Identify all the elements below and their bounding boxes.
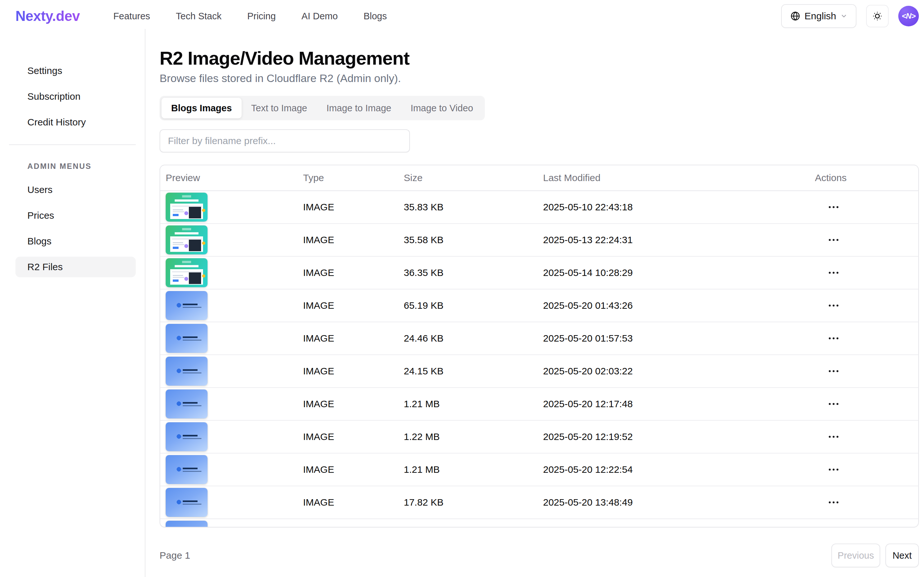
row-actions-button[interactable] [823, 363, 844, 379]
main-content: R2 Image/Video Management Browse files s… [145, 29, 924, 577]
sidebar-item-settings[interactable]: Settings [15, 60, 136, 81]
pagination-bar: Page 1 Previous Next [160, 543, 919, 567]
cell-last-modified: 2025-05-20 02:03:22 [538, 366, 810, 377]
sidebar-item-r2-files[interactable]: R2 Files [15, 257, 136, 277]
row-actions-button[interactable] [823, 265, 844, 280]
cell-type: IMAGE [298, 201, 398, 213]
file-thumbnail [166, 488, 208, 517]
row-actions-button[interactable] [823, 429, 844, 445]
row-actions-button[interactable] [823, 462, 844, 477]
cell-size: 1.21 MB [398, 398, 538, 409]
cell-size: 17.82 KB [398, 497, 538, 508]
ellipsis-icon [829, 272, 831, 274]
page-subtitle: Browse files stored in Cloudflare R2 (Ad… [160, 72, 919, 84]
ellipsis-icon [829, 337, 831, 339]
file-thumbnail [166, 291, 208, 320]
file-thumbnail [166, 455, 208, 484]
cell-last-modified: 2025-05-14 10:28:29 [538, 267, 810, 278]
nav-features[interactable]: Features [113, 11, 150, 21]
table-row-clipped [160, 519, 918, 527]
files-table: Preview Type Size Last Modified Actions … [160, 165, 919, 527]
previous-page-button[interactable]: Previous [831, 543, 880, 567]
nav-tech-stack[interactable]: Tech Stack [176, 11, 222, 21]
cell-type: IMAGE [298, 366, 398, 377]
file-thumbnail [166, 226, 208, 255]
tab-image-to-image[interactable]: Image to Image [317, 98, 401, 118]
ellipsis-icon [829, 305, 831, 306]
file-thumbnail [166, 390, 208, 418]
app-logo[interactable]: Nexty.dev [15, 8, 80, 24]
cell-last-modified: 2025-05-13 22:24:31 [538, 234, 810, 245]
table-row: IMAGE 65.19 KB 2025-05-20 01:43:26 [160, 290, 918, 322]
filename-filter-input[interactable] [160, 129, 410, 152]
cell-type: IMAGE [298, 398, 398, 409]
col-header-type: Type [298, 172, 398, 183]
next-page-button[interactable]: Next [885, 543, 919, 567]
user-avatar[interactable]: <N> [898, 6, 919, 26]
row-actions-button[interactable] [823, 495, 844, 510]
sidebar-item-blogs[interactable]: Blogs [15, 231, 136, 251]
tab-image-to-video[interactable]: Image to Video [401, 98, 483, 118]
table-row: IMAGE 35.83 KB 2025-05-10 22:43:18 [160, 191, 918, 224]
cell-type: IMAGE [298, 300, 398, 311]
ellipsis-icon [829, 501, 831, 503]
cell-type: IMAGE [298, 464, 398, 475]
tab-text-to-image[interactable]: Text to Image [242, 98, 317, 118]
ellipsis-icon [829, 370, 831, 372]
cell-type: IMAGE [298, 333, 398, 344]
page-title: R2 Image/Video Management [160, 48, 919, 69]
sidebar-item-users[interactable]: Users [15, 179, 136, 200]
table-row: IMAGE 1.22 MB 2025-05-20 12:19:52 [160, 421, 918, 453]
cell-last-modified: 2025-05-20 01:43:26 [538, 300, 810, 311]
nav-ai-demo[interactable]: AI Demo [302, 11, 338, 21]
theme-toggle-button[interactable] [866, 5, 889, 27]
row-actions-button[interactable] [823, 396, 844, 412]
sidebar-item-label: Blogs [27, 236, 52, 247]
row-actions-button[interactable] [823, 232, 844, 248]
language-label: English [805, 11, 836, 21]
ellipsis-icon [829, 436, 831, 438]
row-actions-button[interactable] [823, 330, 844, 346]
sidebar-item-subscription[interactable]: Subscription [15, 86, 136, 107]
table-header-row: Preview Type Size Last Modified Actions [160, 165, 918, 191]
tab-list: Blogs Images Text to Image Image to Imag… [160, 96, 485, 120]
file-thumbnail [166, 324, 208, 353]
ellipsis-icon [829, 206, 831, 208]
cell-last-modified: 2025-05-20 13:48:49 [538, 497, 810, 508]
file-thumbnail [166, 258, 208, 287]
cell-last-modified: 2025-05-10 22:43:18 [538, 201, 810, 213]
col-header-last-modified: Last Modified [538, 172, 810, 183]
nav-pricing[interactable]: Pricing [247, 11, 276, 21]
cell-type: IMAGE [298, 431, 398, 442]
avatar-initials: <N> [902, 11, 915, 21]
sidebar-item-prices[interactable]: Prices [15, 205, 136, 226]
sidebar-item-label: Credit History [27, 117, 86, 128]
cell-last-modified: 2025-05-20 12:17:48 [538, 398, 810, 409]
cell-size: 24.46 KB [398, 333, 538, 344]
admin-menus-section-label: ADMIN MENUS [27, 162, 145, 171]
row-actions-button[interactable] [823, 200, 844, 215]
file-thumbnail [166, 357, 208, 386]
sidebar: Settings Subscription Credit History ADM… [0, 29, 145, 577]
top-nav: Features Tech Stack Pricing AI Demo Blog… [113, 11, 387, 21]
cell-last-modified: 2025-05-20 12:19:52 [538, 431, 810, 442]
language-selector[interactable]: English [781, 4, 856, 28]
cell-last-modified: 2025-05-20 01:57:53 [538, 333, 810, 344]
cell-type: IMAGE [298, 267, 398, 278]
cell-size: 1.21 MB [398, 464, 538, 475]
sidebar-item-credit-history[interactable]: Credit History [15, 112, 136, 132]
nav-blogs[interactable]: Blogs [364, 11, 387, 21]
cell-size: 1.22 MB [398, 431, 538, 442]
sidebar-item-label: Settings [27, 65, 62, 76]
sidebar-item-label: Subscription [27, 91, 81, 102]
sidebar-divider [9, 144, 136, 145]
cell-type: IMAGE [298, 497, 398, 508]
table-row: IMAGE 24.15 KB 2025-05-20 02:03:22 [160, 355, 918, 388]
tab-blogs-images[interactable]: Blogs Images [161, 98, 242, 118]
row-actions-button[interactable] [823, 298, 844, 313]
sidebar-item-label: R2 Files [27, 261, 63, 272]
table-row: IMAGE 35.58 KB 2025-05-13 22:24:31 [160, 224, 918, 257]
ellipsis-icon [829, 239, 831, 241]
cell-size: 65.19 KB [398, 300, 538, 311]
col-header-preview: Preview [160, 172, 298, 183]
